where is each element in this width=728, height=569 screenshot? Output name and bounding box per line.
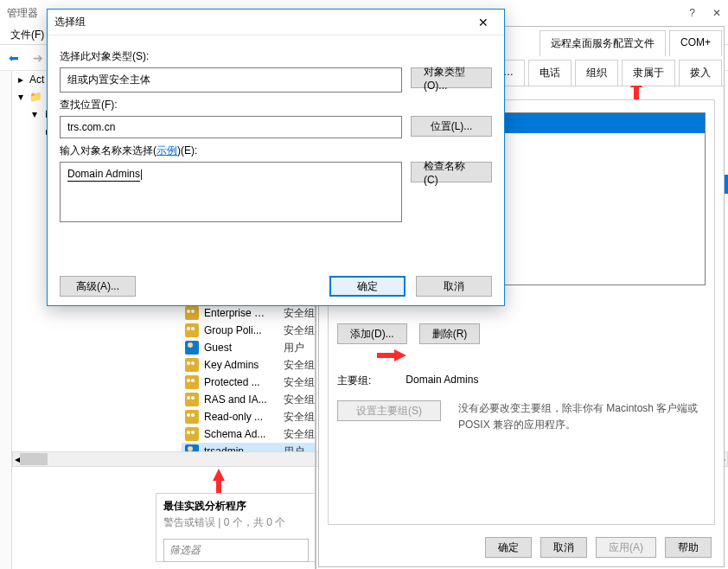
main-title: 管理器 <box>7 6 38 21</box>
check-names-button[interactable]: 检查名称(C) <box>411 162 492 182</box>
title-controls: ? ✕ <box>689 7 721 19</box>
list-item-type: 安全组 <box>284 393 315 407</box>
tab[interactable]: 电话 <box>528 60 572 86</box>
group-icon <box>185 410 199 424</box>
scroll-thumb[interactable] <box>20 453 48 465</box>
object-names-value: Domain Admins <box>67 168 140 182</box>
user-icon <box>185 341 199 355</box>
dialog-footer: 高级(A)... 确定 取消 <box>48 276 504 297</box>
list-item[interactable]: Schema Ad...安全组 <box>182 425 316 443</box>
add-button[interactable]: 添加(D)... <box>337 323 407 344</box>
object-types-button[interactable]: 对象类型(O)... <box>411 67 492 88</box>
list-item-name: Guest <box>204 342 278 354</box>
caret-icon[interactable]: ▾ <box>16 91 26 103</box>
ok-button[interactable]: 确定 <box>329 276 406 297</box>
list-item[interactable]: Protected ...安全组 <box>182 374 316 391</box>
menu-file[interactable]: 文件(F) <box>10 28 44 42</box>
list-item-type: 安全组 <box>284 375 315 390</box>
bp-subtitle: 警告或错误 | 0 个，共 0 个 <box>156 515 316 535</box>
arrow-annotation-icon <box>213 469 225 481</box>
cancel-button[interactable]: 取消 <box>416 276 492 297</box>
group-icon <box>185 306 199 320</box>
list-item-name: RAS and IA... <box>204 393 278 406</box>
set-primary-group-button: 设置主要组(S) <box>337 400 441 421</box>
bp-title: 最佳实践分析程序 <box>156 494 316 515</box>
text-cursor: | <box>140 168 143 180</box>
list-item[interactable]: Group Poli...安全组 <box>182 322 316 339</box>
caret-icon[interactable]: ▾ <box>29 108 40 120</box>
tab[interactable]: 隶属于 <box>622 60 675 86</box>
ok-button[interactable]: 确定 <box>485 537 532 558</box>
object-names-input[interactable]: Domain Admins| <box>60 162 402 222</box>
list-item-name: Group Poli... <box>204 324 278 336</box>
users-list: Enterprise …安全组Group Poli...安全组Guest用户Ke… <box>182 304 316 469</box>
bp-filter-input[interactable]: 筛选器 <box>163 539 309 562</box>
caret-icon[interactable]: ▸ <box>16 74 26 86</box>
list-item-name: Schema Ad... <box>204 428 278 440</box>
list-item-type: 安全组 <box>284 410 315 425</box>
location-field: trs.com.cn <box>60 116 402 138</box>
close-icon[interactable]: ✕ <box>712 7 721 19</box>
dialog-title: 选择组 <box>54 15 86 29</box>
list-item-type: 安全组 <box>284 358 315 373</box>
folder-icon: 📁 <box>29 91 42 103</box>
arrow-annotation-icon <box>394 349 406 361</box>
list-item-type: 安全组 <box>284 306 315 321</box>
primary-group-value: Domain Admins <box>406 374 478 388</box>
list-item-name: Protected ... <box>204 376 278 388</box>
object-type-field: 组或内置安全主体 <box>60 67 402 93</box>
list-item[interactable]: Enterprise …安全组 <box>182 304 316 322</box>
location-label: 查找位置(F): <box>60 98 492 112</box>
primary-group-help: 没有必要改变主要组，除非你有 Macintosh 客户端或 POSIX 兼容的应… <box>458 400 706 433</box>
remove-button[interactable]: 删除(R) <box>419 323 481 344</box>
list-item[interactable]: Guest用户 <box>182 339 316 356</box>
help-icon[interactable]: ? <box>689 7 695 19</box>
add-button-label: 添加(D)... <box>350 327 394 342</box>
prop-buttons: 确定 取消 应用(A) 帮助 <box>319 537 724 558</box>
tab[interactable]: COM+ <box>669 30 722 56</box>
tab[interactable]: 远程桌面服务配置文件 <box>540 30 666 56</box>
locations-button[interactable]: 位置(L)... <box>411 116 492 137</box>
group-icon <box>185 393 199 406</box>
tab[interactable]: 拨入 <box>679 60 722 86</box>
best-practice-panel: 最佳实践分析程序 警告或错误 | 0 个，共 0 个 筛选器 <box>156 493 316 562</box>
names-label: 输入对象名称来选择(示例)(E): <box>60 144 492 158</box>
nav-forward-icon[interactable]: ➔ <box>28 48 48 67</box>
close-icon[interactable]: ✕ <box>469 12 497 33</box>
group-icon <box>185 358 199 372</box>
nav-back-icon[interactable]: ⬅ <box>3 48 24 67</box>
group-icon <box>185 427 199 441</box>
example-link[interactable]: 示例 <box>156 144 177 157</box>
apply-button: 应用(A) <box>596 537 656 558</box>
primary-group-label: 主要组: <box>337 374 371 388</box>
group-icon <box>185 323 199 337</box>
list-item-name: Enterprise … <box>204 307 278 319</box>
dialog-body: 选择此对象类型(S): 组或内置安全主体 对象类型(O)... 查找位置(F):… <box>48 35 504 231</box>
dialog-titlebar: 选择组 ✕ <box>48 10 504 35</box>
advanced-button[interactable]: 高级(A)... <box>60 276 136 297</box>
tab[interactable]: 组织 <box>575 60 618 86</box>
list-item-name: Key Admins <box>204 359 278 371</box>
tree-root-label: Act <box>29 74 44 86</box>
object-type-label: 选择此对象类型(S): <box>60 49 492 64</box>
help-button[interactable]: 帮助 <box>665 537 712 558</box>
set-primary-group-label: 设置主要组(S) <box>356 404 422 419</box>
list-item-name: Read-only ... <box>204 411 278 423</box>
left-gutter <box>0 71 12 569</box>
group-icon <box>185 375 199 389</box>
select-group-dialog: 选择组 ✕ 选择此对象类型(S): 组或内置安全主体 对象类型(O)... 查找… <box>47 9 505 306</box>
cancel-button[interactable]: 取消 <box>540 537 587 558</box>
list-item[interactable]: Read-only ...安全组 <box>182 408 316 425</box>
list-item-type: 安全组 <box>284 427 315 442</box>
list-item[interactable]: Key Admins安全组 <box>182 356 316 374</box>
remove-button-label: 删除(R) <box>432 327 468 342</box>
list-item-type: 用户 <box>284 341 304 355</box>
list-item-type: 安全组 <box>284 323 315 338</box>
list-item[interactable]: RAS and IA...安全组 <box>182 391 316 408</box>
